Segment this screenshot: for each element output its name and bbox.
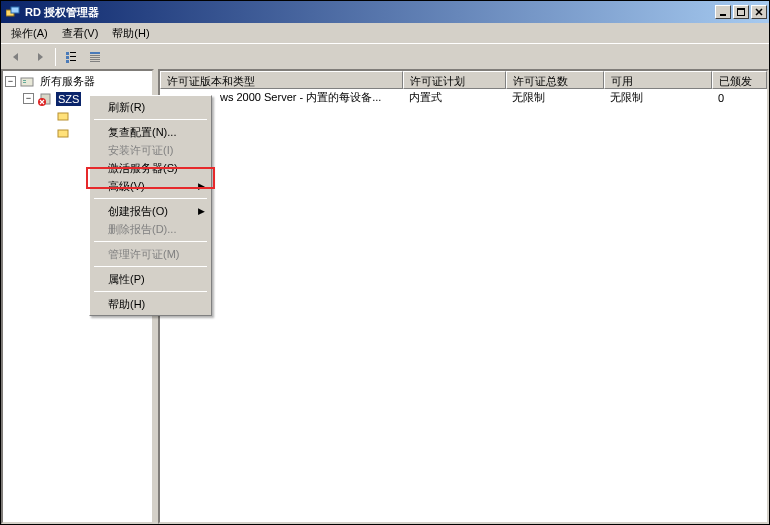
- tool-detail-view[interactable]: [84, 46, 106, 68]
- ctx-separator: [94, 291, 207, 292]
- svg-rect-17: [23, 80, 26, 81]
- svg-rect-4: [737, 8, 745, 10]
- menu-help[interactable]: 帮助(H): [106, 24, 155, 43]
- svg-rect-15: [90, 61, 100, 62]
- list-header: 许可证版本和类型 许可证计划 许可证总数 可用 已颁发: [160, 71, 767, 89]
- tool-forward[interactable]: [29, 46, 51, 68]
- tool-back[interactable]: [5, 46, 27, 68]
- svg-rect-8: [70, 56, 76, 57]
- svg-rect-12: [90, 55, 100, 56]
- ctx-separator: [94, 119, 207, 120]
- svg-rect-10: [70, 60, 76, 61]
- col-total[interactable]: 许可证总数: [506, 71, 604, 89]
- svg-rect-14: [90, 59, 100, 60]
- cell-total: 无限制: [506, 89, 604, 106]
- svg-rect-13: [90, 57, 100, 58]
- ctx-advanced[interactable]: 高级(V)▶: [92, 177, 209, 195]
- maximize-button[interactable]: [733, 5, 749, 19]
- svg-rect-9: [66, 60, 69, 63]
- menu-view[interactable]: 查看(V): [56, 24, 105, 43]
- svg-rect-1: [11, 7, 19, 13]
- window-controls: [715, 5, 767, 19]
- ctx-advanced-label: 高级(V): [108, 179, 145, 194]
- toolbar: [1, 43, 769, 69]
- menu-action[interactable]: 操作(A): [5, 24, 54, 43]
- ctx-separator: [94, 241, 207, 242]
- window-title: RD 授权管理器: [25, 5, 715, 20]
- col-issued[interactable]: 已颁发: [712, 71, 767, 89]
- tool-list-view[interactable]: [60, 46, 82, 68]
- toolbar-separator: [55, 48, 56, 66]
- svg-rect-16: [21, 78, 33, 86]
- ctx-properties[interactable]: 属性(P): [92, 270, 209, 288]
- cell-issued: 0: [712, 91, 767, 105]
- context-menu: 刷新(R) 复查配置(N)... 安装许可证(I) 激活服务器(S) 高级(V)…: [89, 95, 212, 316]
- tree-root-row[interactable]: − 所有服务器: [5, 73, 150, 90]
- ctx-refresh[interactable]: 刷新(R): [92, 98, 209, 116]
- ctx-separator: [94, 266, 207, 267]
- app-icon: [5, 4, 21, 20]
- col-plan[interactable]: 许可证计划: [403, 71, 506, 89]
- svg-rect-2: [720, 14, 726, 16]
- server-error-icon: [37, 91, 53, 107]
- expand-icon[interactable]: −: [23, 93, 34, 104]
- cell-available: 无限制: [604, 89, 712, 106]
- col-version[interactable]: 许可证版本和类型: [160, 71, 403, 89]
- titlebar: RD 授权管理器: [1, 1, 769, 23]
- submenu-arrow-icon: ▶: [198, 206, 205, 216]
- svg-rect-21: [58, 113, 68, 120]
- list-pane: 许可证版本和类型 许可证计划 许可证总数 可用 已颁发 ws 2000 Serv…: [158, 69, 769, 524]
- svg-rect-11: [90, 52, 100, 54]
- svg-rect-6: [70, 52, 76, 53]
- svg-rect-22: [58, 130, 68, 137]
- col-available[interactable]: 可用: [604, 71, 712, 89]
- svg-rect-5: [66, 52, 69, 55]
- list-body[interactable]: ws 2000 Server - 内置的每设备... 内置式 无限制 无限制 0: [160, 89, 767, 522]
- expand-icon[interactable]: −: [5, 76, 16, 87]
- license-icon: [55, 108, 71, 124]
- tree-root-label: 所有服务器: [38, 73, 97, 90]
- ctx-delete-report: 删除报告(D)...: [92, 220, 209, 238]
- ctx-manage-licenses: 管理许可证(M): [92, 245, 209, 263]
- close-button[interactable]: [751, 5, 767, 19]
- ctx-separator: [94, 198, 207, 199]
- list-row[interactable]: ws 2000 Server - 内置的每设备... 内置式 无限制 无限制 0: [160, 89, 767, 106]
- minimize-button[interactable]: [715, 5, 731, 19]
- ctx-activate-server[interactable]: 激活服务器(S): [92, 159, 209, 177]
- ctx-create-report[interactable]: 创建报告(O)▶: [92, 202, 209, 220]
- ctx-review-config[interactable]: 复查配置(N)...: [92, 123, 209, 141]
- ctx-install-license: 安装许可证(I): [92, 141, 209, 159]
- submenu-arrow-icon: ▶: [198, 181, 205, 191]
- cell-plan: 内置式: [403, 89, 506, 106]
- ctx-help[interactable]: 帮助(H): [92, 295, 209, 313]
- license-icon: [55, 125, 71, 141]
- tree-server-label: SZS: [56, 92, 81, 106]
- ctx-create-report-label: 创建报告(O): [108, 204, 168, 219]
- svg-rect-7: [66, 56, 69, 59]
- servers-icon: [19, 74, 35, 90]
- menubar: 操作(A) 查看(V) 帮助(H): [1, 23, 769, 43]
- svg-rect-18: [23, 82, 26, 83]
